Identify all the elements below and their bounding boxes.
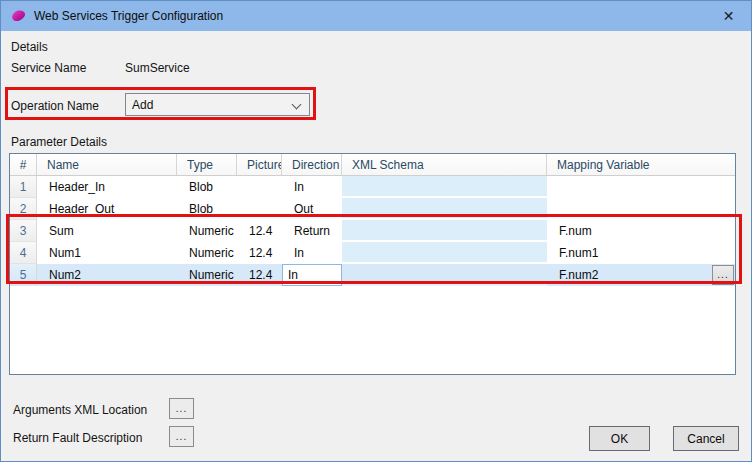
app-logo-icon xyxy=(10,7,28,25)
cell-xml-schema[interactable] xyxy=(342,220,547,242)
cell-name[interactable]: Num2 xyxy=(37,264,177,286)
column-header-picture: Picture xyxy=(237,154,282,175)
ok-button[interactable]: OK xyxy=(589,426,650,451)
table-header-row: # Name Type Picture Direction XML Schema… xyxy=(10,154,735,176)
table-row-selected[interactable]: 5 Num2 Numeric 12.4 In F.num2 ... xyxy=(10,264,735,286)
operation-name-label: Operation Name xyxy=(11,99,99,113)
arguments-xml-location-label: Arguments XML Location xyxy=(13,403,147,417)
cell-picture[interactable]: 12.4 xyxy=(237,264,282,286)
cell-direction[interactable]: In xyxy=(282,242,342,264)
cell-xml-schema[interactable] xyxy=(342,198,547,220)
row-number: 4 xyxy=(10,242,37,264)
cell-name[interactable]: Header_Out xyxy=(37,198,177,220)
cell-direction[interactable]: In xyxy=(282,176,342,198)
column-header-mapping-variable: Mapping Variable xyxy=(547,154,735,175)
column-header-num: # xyxy=(10,154,37,175)
cell-picture[interactable]: 12.4 xyxy=(237,242,282,264)
cell-xml-schema[interactable] xyxy=(342,242,547,264)
cell-type[interactable]: Numeric xyxy=(177,242,237,264)
cell-picture[interactable] xyxy=(237,176,282,198)
return-fault-description-browse-button[interactable]: ... xyxy=(169,426,194,447)
column-header-direction: Direction xyxy=(282,154,342,175)
cell-name[interactable]: Sum xyxy=(37,220,177,242)
cell-type[interactable]: Blob xyxy=(177,176,237,198)
cell-name[interactable]: Num1 xyxy=(37,242,177,264)
cell-mapping-variable[interactable] xyxy=(547,198,735,220)
cell-type[interactable]: Numeric xyxy=(177,220,237,242)
cell-mapping-variable[interactable]: F.num1 xyxy=(547,242,735,264)
cancel-button[interactable]: Cancel xyxy=(673,426,739,451)
parameter-details-section-label: Parameter Details xyxy=(11,135,107,149)
operation-selected-value: Add xyxy=(132,98,153,112)
mapping-variable-value: F.num2 xyxy=(559,268,598,282)
table-row[interactable]: 1 Header_In Blob In xyxy=(10,176,735,198)
cell-mapping-variable[interactable] xyxy=(547,176,735,198)
row-number: 5 xyxy=(10,264,37,286)
cell-xml-schema[interactable] xyxy=(342,176,547,198)
details-section-label: Details xyxy=(11,40,48,54)
cell-mapping-variable[interactable]: F.num xyxy=(547,220,735,242)
cell-picture[interactable] xyxy=(237,198,282,220)
cell-xml-schema[interactable] xyxy=(342,264,547,286)
column-header-xml-schema: XML Schema xyxy=(342,154,547,175)
window-title: Web Services Trigger Configuration xyxy=(34,9,223,23)
cell-picture[interactable]: 12.4 xyxy=(237,220,282,242)
row-number: 3 xyxy=(10,220,37,242)
cell-direction-editor[interactable]: In xyxy=(282,264,342,286)
cell-type[interactable]: Blob xyxy=(177,198,237,220)
chevron-down-icon xyxy=(292,100,302,110)
column-header-type: Type xyxy=(177,154,237,175)
row-number: 1 xyxy=(10,176,37,198)
table-row[interactable]: 4 Num1 Numeric 12.4 In F.num1 xyxy=(10,242,735,264)
service-name-value: SumService xyxy=(125,61,190,75)
table-row[interactable]: 2 Header_Out Blob Out xyxy=(10,198,735,220)
table-row[interactable]: 3 Sum Numeric 12.4 Return F.num xyxy=(10,220,735,242)
return-fault-description-label: Return Fault Description xyxy=(13,431,142,445)
parameter-table: # Name Type Picture Direction XML Schema… xyxy=(9,153,736,375)
web-services-trigger-configuration-dialog: Web Services Trigger Configuration ✕ Det… xyxy=(0,0,752,462)
service-name-label: Service Name xyxy=(11,61,86,75)
row-number: 2 xyxy=(10,198,37,220)
close-icon[interactable]: ✕ xyxy=(706,1,751,31)
operation-name-select[interactable]: Add xyxy=(125,93,310,116)
cell-type[interactable]: Numeric xyxy=(177,264,237,286)
arguments-xml-location-browse-button[interactable]: ... xyxy=(169,398,194,419)
mapping-browse-button[interactable]: ... xyxy=(712,265,734,285)
title-bar: Web Services Trigger Configuration ✕ xyxy=(1,1,751,31)
cell-mapping-variable[interactable]: F.num2 ... xyxy=(547,264,735,286)
column-header-name: Name xyxy=(37,154,177,175)
cell-name[interactable]: Header_In xyxy=(37,176,177,198)
cell-direction[interactable]: Return xyxy=(282,220,342,242)
cell-direction[interactable]: Out xyxy=(282,198,342,220)
